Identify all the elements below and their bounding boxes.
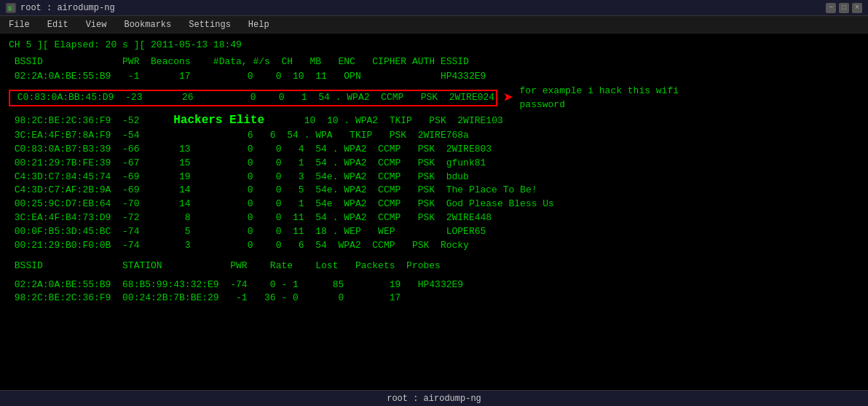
svg-text:$: $ — [8, 5, 12, 12]
highlighted-row: C0:83:0A:BB:45:D9 -23 26 0 0 1 54 . WPA2… — [9, 90, 497, 106]
table-row: 00:25:9C:D7:EB:64 -70 14 0 0 1 54e WPA2 … — [9, 198, 859, 211]
section-gap — [9, 253, 859, 260]
table-row: C4:3D:C7:AF:2B:9A -69 14 0 0 5 54e. WPA2… — [9, 184, 859, 198]
ap-header: BSSID PWR Beacons #Data, #/s CH MB ENC C… — [9, 56, 859, 67]
minimize-button[interactable]: − — [826, 3, 836, 13]
table-row: C0:83:0A:B7:B3:39 -66 13 0 0 4 54 . WPA2… — [9, 143, 859, 157]
menu-bookmarks[interactable]: Bookmarks — [121, 18, 174, 31]
table-row: 3C:EA:4F:B7:8A:F9 -54 6 6 54 . WPA TKIP … — [9, 129, 859, 143]
menu-help[interactable]: Help — [245, 18, 272, 31]
status-bar: root : airodump-ng — [0, 390, 868, 406]
table-row: C4:3D:C7:84:45:74 -69 19 0 0 3 54e. WPA2… — [9, 171, 859, 184]
close-button[interactable]: × — [852, 3, 862, 13]
menu-settings[interactable]: Settings — [186, 18, 234, 31]
menu-edit[interactable]: Edit — [44, 18, 71, 31]
window-controls: − □ × — [826, 3, 862, 13]
status-bar-text: root : airodump-ng — [387, 394, 481, 404]
maximize-button[interactable]: □ — [839, 3, 849, 13]
hackers-elite-text: Hackers Elite — [173, 114, 264, 127]
status-line: CH 5 ][ Elapsed: 20 s ][ 2011-05-13 18:4… — [9, 39, 859, 50]
table-row: 98:2C:BE:2C:36:F9 -52 Hackers Elite 10 1… — [9, 112, 859, 129]
annotation-text: for example i hack this wifipassword — [520, 84, 679, 112]
highlighted-row-container: C0:83:0A:BB:45:D9 -23 26 0 0 1 54 . WPA2… — [9, 84, 859, 112]
table-row: 00:0F:B5:3D:45:BC -74 5 0 0 11 18 . WEP … — [9, 225, 859, 239]
table-row: 00:21:29:7B:FE:39 -67 15 0 0 1 54 . WPA2… — [9, 157, 859, 171]
terminal-icon: $ — [6, 3, 16, 13]
table-row: 02:2A:0A:BE:55:B9 -1 17 0 0 10 11 OPN HP… — [9, 70, 859, 84]
table-row: 00:21:29:B0:F0:0B -74 3 0 0 6 54 WPA2 CC… — [9, 239, 859, 253]
window-title: root : airodump-ng — [20, 3, 115, 13]
menu-bar: File Edit View Bookmarks Settings Help — [0, 16, 868, 34]
table-row: 3C:EA:4F:B4:73:D9 -72 8 0 0 11 54 . WPA2… — [9, 211, 859, 225]
menu-file[interactable]: File — [6, 18, 33, 31]
station-row: 98:2C:BE:2C:36:F9 00:24:2B:7B:BE:29 -1 3… — [9, 292, 859, 305]
menu-view[interactable]: View — [83, 18, 110, 31]
station-row: 02:2A:0A:BE:55:B9 68:B5:99:43:32:E9 -74 … — [9, 278, 859, 292]
title-bar: $ root : airodump-ng − □ × — [0, 0, 868, 16]
title-bar-left: $ root : airodump-ng — [6, 3, 115, 13]
station-header: BSSID STATION PWR Rate Lost Packets Prob… — [9, 260, 859, 271]
red-arrow-icon: ➤ — [503, 87, 513, 109]
terminal-body: CH 5 ][ Elapsed: 20 s ][ 2011-05-13 18:4… — [0, 34, 868, 390]
